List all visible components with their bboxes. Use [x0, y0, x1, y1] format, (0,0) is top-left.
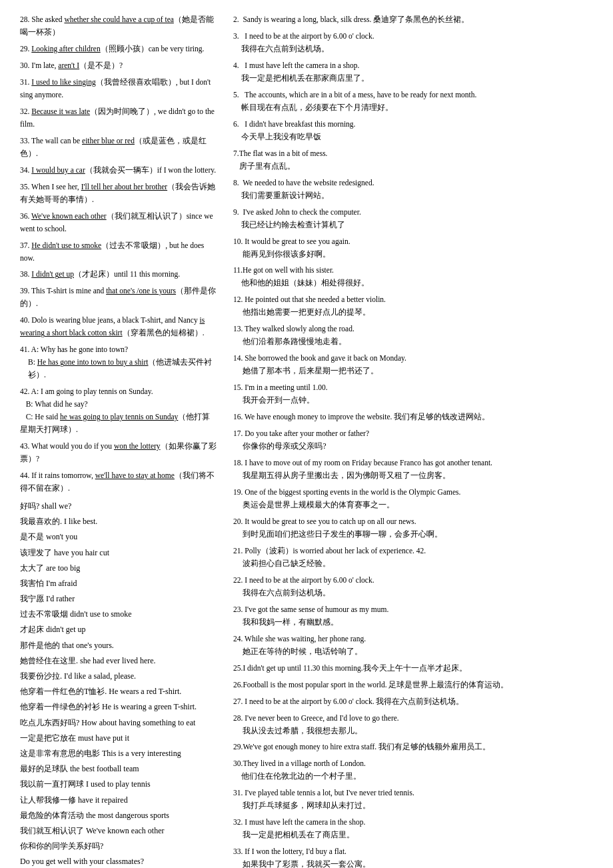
tr-item-27: 27. I need to be at the airport by 6.00 … — [233, 695, 593, 708]
tr-item-22: 22. I need to be at the airport by 6.00 … — [233, 574, 593, 599]
tr-item-7: 7.The flat was in a bit of mess. 房子里有点乱。 — [233, 147, 593, 173]
item-34: 34. I would buy a car（我就会买一辆车）if I won t… — [20, 164, 217, 177]
tr-item-31: 31. I've played table tennis a lot, but … — [233, 787, 593, 812]
tr-item-18: 18. I have to move out of my room on Fri… — [233, 457, 593, 482]
left-column: 28. She asked whether she could have a c… — [20, 13, 227, 868]
item-39: 39. This T-shirt is mine and that one's … — [20, 285, 217, 310]
item-36: 36. We've known each other（我们就互相认识了）sinc… — [20, 210, 217, 235]
item-42-b: B: What did he say? — [20, 398, 217, 411]
item-35: 35. When I see her, I'll tell her about … — [20, 181, 217, 206]
tr-item-6: 6. I didn't have breakfast this morning.… — [233, 118, 593, 143]
item-33: 33. The wall can be either blue or red（或… — [20, 135, 217, 160]
tr-item-32: 32. I must have left the camera in the s… — [233, 816, 593, 841]
right-column: 2. Sandy is wearing a long, black, silk … — [227, 13, 593, 868]
tr-item-24: 24. While she was waiting, her phone ran… — [233, 633, 593, 658]
item-32: 32. Because it was late（因为时间晚了）, we didn… — [20, 105, 217, 131]
item-31: 31. I used to like singing（我曾经很喜欢唱歌）, bu… — [20, 76, 217, 101]
item-42-c: C: He said he was going to play tennis o… — [20, 411, 217, 436]
item-44: 44. If it rains tomorrow, we'll have to … — [20, 469, 217, 495]
item-41-b: B: He has gone into town to buy a shirt（… — [20, 356, 217, 381]
page-container: 28. She asked whether she could have a c… — [20, 13, 593, 868]
item-43: 43. What would you do if you won the lot… — [20, 440, 217, 465]
tr-item-12: 12. He pointed out that she needed a bet… — [233, 293, 593, 319]
item-28: 28. She asked whether she could have a c… — [20, 13, 217, 39]
item-29: 29. Looking after children（照顾小孩）can be v… — [20, 43, 217, 55]
tr-item-10: 10. It would be great to see you again. … — [233, 235, 593, 261]
tr-item-13: 13. They walked slowly along the road. 他… — [233, 323, 593, 348]
tr-item-8: 8. We needed to have the website redesig… — [233, 177, 593, 202]
item-40: 40. Dolo is wearing blue jeans, a black … — [20, 314, 217, 339]
item-30: 30. I'm late, aren't I（是不是）? — [20, 59, 217, 72]
tr-item-17: 17. Do you take after your mother or fat… — [233, 427, 593, 453]
tr-item-11: 11.He got on well with his sister. 他和他的姐… — [233, 264, 593, 289]
tr-item-2: 2. Sandy is wearing a long, black, silk … — [233, 13, 593, 26]
tr-item-20: 20. It would be great to see you to catc… — [233, 515, 593, 541]
tr-item-3: 3. I need to be at the airport by 6.00 o… — [233, 30, 593, 55]
item-41-a: 41. A: Why has he gone into town? — [20, 343, 217, 356]
tr-item-4: 4. I must have left the camera in a shop… — [233, 59, 593, 85]
tr-item-30: 30.They lived in a village north of Lond… — [233, 757, 593, 783]
tr-item-26: 26.Football is the most popular sport in… — [233, 679, 593, 691]
item-41: 41. A: Why has he gone into town? B: He … — [20, 343, 217, 381]
tr-item-15: 15. I'm in a meeting until 1.00. 我开会开到一点… — [233, 381, 593, 407]
tr-item-9: 9. I've asked John to check the computer… — [233, 206, 593, 231]
tr-item-33: 33. If I won the lottery, I'd buy a flat… — [233, 845, 593, 868]
tr-item-14: 14. She borrowed the book and gave it ba… — [233, 352, 593, 377]
tr-item-29: 29.We've got enough money to hire extra … — [233, 741, 593, 753]
answer-lines-left: 好吗? shall we? 我最喜欢的. I like best. 是不是 wo… — [20, 500, 217, 868]
item-37: 37. He didn't use to smoke（过去不常吸烟）, but … — [20, 239, 217, 265]
tr-item-23: 23. I've got the same sense of humour as… — [233, 603, 593, 629]
item-42: 42. A: I am going to play tennis on Sund… — [20, 385, 217, 436]
item-42-a: 42. A: I am going to play tennis on Sund… — [20, 385, 217, 398]
tr-item-16: 16. We have enough money to improve the … — [233, 411, 593, 423]
tr-item-25: 25.I didn't get up until 11.30 this morn… — [233, 662, 593, 675]
tr-item-5: 5. The accounts, which are in a bit of a… — [233, 89, 593, 114]
tr-item-21: 21. Polly（波莉）is worried about her lack o… — [233, 545, 593, 570]
tr-item-28: 28. I've never been to Greece, and I'd l… — [233, 712, 593, 737]
tr-item-19: 19. One of the biggest sporting events i… — [233, 486, 593, 511]
item-38: 38. I didn't get up（才起床）until 11 this mo… — [20, 268, 217, 281]
